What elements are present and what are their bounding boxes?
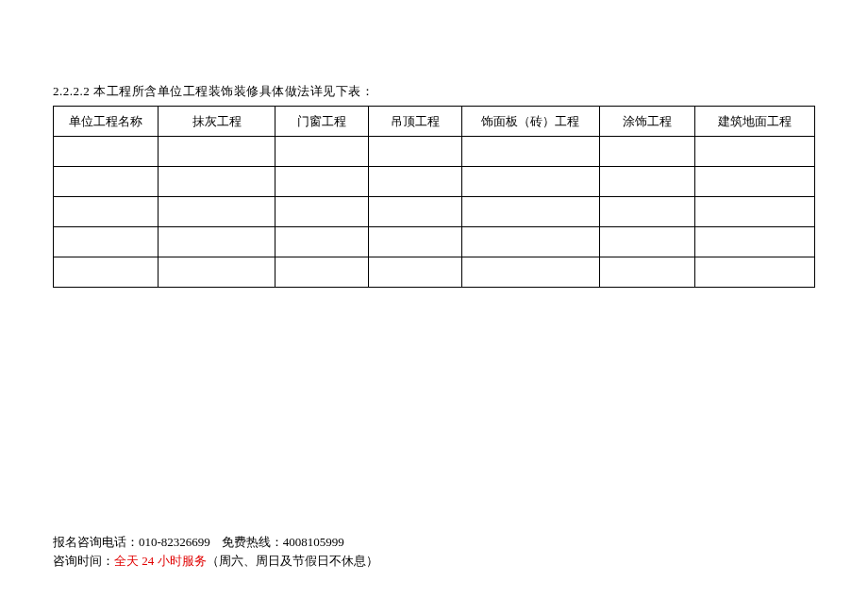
table-header-plaster: 抹灰工程 — [159, 107, 275, 137]
table-cell — [159, 257, 275, 288]
table-cell — [54, 227, 159, 257]
table-header-ceiling: 吊顶工程 — [369, 107, 462, 137]
table-cell — [695, 227, 815, 257]
footer: 报名咨询电话：010-82326699免费热线：4008105999 咨询时间：… — [53, 533, 378, 570]
table-row — [54, 167, 815, 197]
table-header-door-window: 门窗工程 — [275, 107, 368, 137]
table-cell — [369, 167, 462, 197]
decoration-method-table: 单位工程名称 抹灰工程 门窗工程 吊顶工程 饰面板（砖）工程 涂饰工程 建筑地面… — [53, 106, 815, 288]
consult-time-highlight: 全天 24 小时服务 — [114, 554, 207, 568]
table-cell — [369, 227, 462, 257]
table-cell — [695, 137, 815, 167]
table-cell — [275, 227, 368, 257]
table-cell — [54, 137, 159, 167]
table-cell — [159, 197, 275, 227]
table-header-row: 单位工程名称 抹灰工程 门窗工程 吊顶工程 饰面板（砖）工程 涂饰工程 建筑地面… — [54, 107, 815, 137]
free-hotline-label: 免费热线： — [222, 535, 283, 549]
table-header-floor: 建筑地面工程 — [695, 107, 815, 137]
table-cell — [599, 197, 695, 227]
table-cell — [462, 197, 599, 227]
table-cell — [462, 137, 599, 167]
table-cell — [462, 167, 599, 197]
table-cell — [54, 167, 159, 197]
table-cell — [599, 257, 695, 288]
table-header-veneer: 饰面板（砖）工程 — [462, 107, 599, 137]
table-row — [54, 227, 815, 257]
table-cell — [695, 167, 815, 197]
consult-time-note: （周六、周日及节假日不休息） — [207, 554, 378, 568]
table-row — [54, 257, 815, 288]
table-row — [54, 197, 815, 227]
section-title: 2.2.2.2 本工程所含单位工程装饰装修具体做法详见下表： — [53, 83, 815, 100]
table-cell — [369, 197, 462, 227]
table-cell — [275, 137, 368, 167]
table-cell — [275, 257, 368, 288]
table-cell — [54, 257, 159, 288]
table-cell — [599, 137, 695, 167]
table-cell — [695, 197, 815, 227]
footer-line-1: 报名咨询电话：010-82326699免费热线：4008105999 — [53, 533, 378, 552]
table-cell — [159, 167, 275, 197]
table-cell — [599, 167, 695, 197]
table-cell — [695, 257, 815, 288]
table-cell — [159, 137, 275, 167]
table-cell — [275, 197, 368, 227]
table-row — [54, 137, 815, 167]
footer-line-2: 咨询时间：全天 24 小时服务（周六、周日及节假日不休息） — [53, 552, 378, 571]
table-cell — [159, 227, 275, 257]
table-cell — [369, 257, 462, 288]
table-cell — [462, 227, 599, 257]
enroll-phone-label: 报名咨询电话： — [53, 535, 139, 549]
enroll-phone-number: 010-82326699 — [139, 535, 210, 549]
table-cell — [599, 227, 695, 257]
table-header-painting: 涂饰工程 — [599, 107, 695, 137]
table-header-unit-name: 单位工程名称 — [54, 107, 159, 137]
table-cell — [462, 257, 599, 288]
free-hotline-number: 4008105999 — [283, 535, 344, 549]
table-cell — [275, 167, 368, 197]
table-cell — [369, 137, 462, 167]
table-cell — [54, 197, 159, 227]
consult-time-label: 咨询时间： — [53, 554, 114, 568]
